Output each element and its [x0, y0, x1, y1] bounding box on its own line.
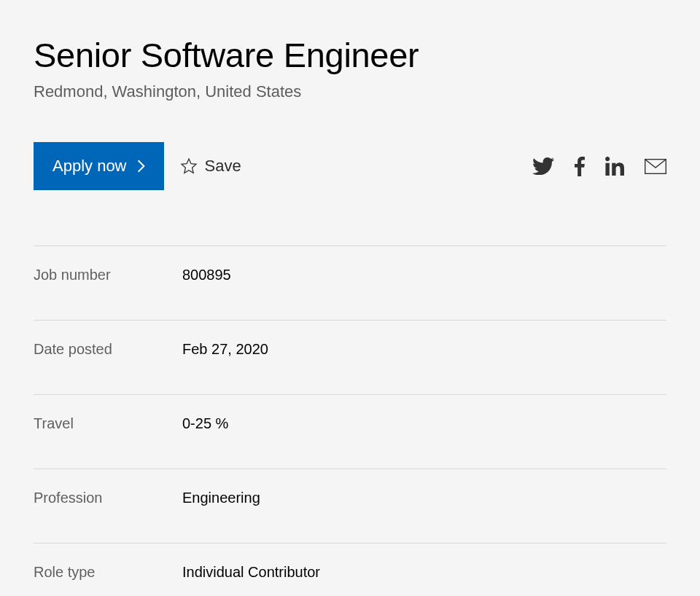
detail-value: Feb 27, 2020: [182, 341, 268, 358]
detail-row: Date posted Feb 27, 2020: [34, 321, 666, 395]
detail-row: Role type Individual Contributor: [34, 544, 666, 596]
apply-button-label: Apply now: [52, 157, 127, 176]
apply-button[interactable]: Apply now: [34, 142, 164, 190]
chevron-right-icon: [137, 160, 145, 173]
job-posting-container: Senior Software Engineer Redmond, Washin…: [0, 0, 700, 596]
detail-row: Travel 0-25 %: [34, 395, 666, 469]
share-email-button[interactable]: [645, 159, 666, 174]
detail-row: Job number 800895: [34, 246, 666, 321]
share-twitter-button[interactable]: [532, 157, 554, 175]
share-facebook-button[interactable]: [575, 157, 585, 176]
facebook-icon: [575, 157, 585, 176]
detail-value: Engineering: [182, 490, 260, 506]
detail-value: 800895: [182, 267, 231, 283]
details-section: Job number 800895 Date posted Feb 27, 20…: [34, 246, 666, 596]
detail-value: 0-25 %: [182, 415, 228, 432]
email-icon: [645, 159, 666, 174]
detail-label: Role type: [34, 564, 182, 581]
save-button-label: Save: [205, 157, 241, 176]
actions-row: Apply now Save: [34, 142, 666, 190]
star-icon: [180, 157, 198, 175]
detail-label: Job number: [34, 267, 182, 283]
detail-label: Profession: [34, 490, 182, 506]
detail-value: Individual Contributor: [182, 564, 320, 581]
detail-row: Profession Engineering: [34, 469, 666, 544]
twitter-icon: [532, 157, 554, 175]
share-linkedin-button[interactable]: [605, 157, 624, 176]
save-button[interactable]: Save: [180, 157, 241, 176]
job-location: Redmond, Washington, United States: [34, 82, 666, 101]
linkedin-icon: [605, 157, 624, 176]
detail-label: Travel: [34, 415, 182, 432]
detail-label: Date posted: [34, 341, 182, 358]
job-title: Senior Software Engineer: [34, 35, 666, 75]
actions-left: Apply now Save: [34, 142, 241, 190]
share-icons: [532, 157, 666, 176]
